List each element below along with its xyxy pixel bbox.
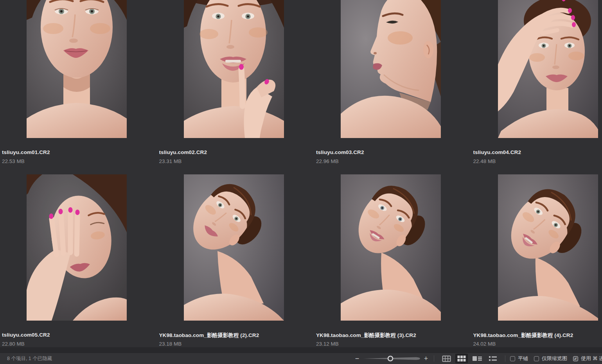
file-item[interactable]: tsliuyu.com01.CR2 22.53 MB xyxy=(0,0,157,174)
details-view-icon xyxy=(472,355,482,362)
file-item[interactable]: YK98.taobao.com_影酷摄影教程 (4).CR2 24.02 MB xyxy=(471,174,602,357)
option-thumbnail-only[interactable]: 仅限缩览图 xyxy=(534,355,567,362)
file-item[interactable]: tsliuyu.com03.CR2 22.96 MB xyxy=(314,0,471,174)
zoom-out-button[interactable]: − xyxy=(354,353,360,364)
photo-thumbnail[interactable] xyxy=(27,174,127,321)
cmd-rating-checkbox-label: 使用 ⌘ 进行标记和 xyxy=(581,355,602,362)
file-item[interactable]: tsliuyu.com05.CR2 22.80 MB xyxy=(0,174,157,357)
thumbnail-size-slider[interactable] xyxy=(362,355,421,362)
file-size: 22.48 MB xyxy=(473,158,496,164)
file-name: tsliuyu.com03.CR2 xyxy=(316,149,469,155)
file-name: tsliuyu.com04.CR2 xyxy=(473,149,602,155)
grid-lock-button[interactable] xyxy=(440,354,453,363)
grid-lock-icon xyxy=(442,355,451,362)
slider-knob[interactable] xyxy=(388,356,393,361)
view-thumbnails-button[interactable] xyxy=(455,354,468,363)
item-count-status: 8 个项目, 1 个已隐藏 xyxy=(7,353,52,364)
file-name: tsliuyu.com01.CR2 xyxy=(2,149,155,155)
file-size: 24.02 MB xyxy=(473,341,496,347)
file-name: YK98.taobao.com_影酷摄影教程 (4).CR2 xyxy=(473,332,602,339)
status-bar-controls: − + xyxy=(354,353,602,364)
separator xyxy=(505,355,505,362)
file-name: tsliuyu.com02.CR2 xyxy=(159,149,312,155)
option-tile[interactable]: 平铺 xyxy=(510,355,528,362)
photo-thumbnail[interactable] xyxy=(498,174,598,321)
photo-thumbnail[interactable] xyxy=(184,174,284,321)
file-size: 23.12 MB xyxy=(316,341,339,347)
file-size: 23.31 MB xyxy=(159,158,182,164)
option-cmd-rating[interactable]: 使用 ⌘ 进行标记和 xyxy=(573,355,602,362)
photo-thumbnail[interactable] xyxy=(27,0,127,138)
tile-checkbox[interactable] xyxy=(510,356,515,361)
photo-thumbnail[interactable] xyxy=(341,0,441,138)
thumbnails-view-icon xyxy=(457,355,466,362)
file-item[interactable]: tsliuyu.com04.CR2 22.48 MB xyxy=(471,0,602,174)
tile-checkbox-label: 平铺 xyxy=(518,355,528,362)
file-item[interactable]: YK98.taobao.com_影酷摄影教程 (2).CR2 23.18 MB xyxy=(157,174,314,357)
zoom-in-button[interactable]: + xyxy=(423,353,429,364)
file-size: 22.80 MB xyxy=(2,341,25,347)
cmd-rating-checkbox[interactable] xyxy=(573,356,578,361)
thumbnail-grid: tsliuyu.com01.CR2 22.53 MB xyxy=(0,0,602,357)
file-name: YK98.taobao.com_影酷摄影教程 (3).CR2 xyxy=(316,332,469,339)
content-window: tsliuyu.com01.CR2 22.53 MB xyxy=(0,0,602,364)
content-bottom-shade xyxy=(0,347,602,353)
file-item[interactable]: YK98.taobao.com_影酷摄影教程 (3).CR2 23.12 MB xyxy=(314,174,471,357)
list-view-icon xyxy=(489,355,497,362)
photo-thumbnail[interactable] xyxy=(498,0,598,138)
file-size: 23.18 MB xyxy=(159,341,182,347)
separator xyxy=(434,355,434,362)
photo-thumbnail[interactable] xyxy=(341,174,441,321)
thumbnail-only-checkbox-label: 仅限缩览图 xyxy=(542,355,567,362)
file-size: 22.96 MB xyxy=(316,158,339,164)
photo-thumbnail[interactable] xyxy=(184,0,284,138)
file-name: YK98.taobao.com_影酷摄影教程 (2).CR2 xyxy=(159,332,312,339)
file-name: tsliuyu.com05.CR2 xyxy=(2,332,155,338)
file-item[interactable]: tsliuyu.com02.CR2 23.31 MB xyxy=(157,0,314,174)
view-details-button[interactable] xyxy=(470,354,484,363)
file-size: 22.53 MB xyxy=(2,158,25,164)
view-list-button[interactable] xyxy=(487,354,499,363)
thumbnail-only-checkbox[interactable] xyxy=(534,356,539,361)
